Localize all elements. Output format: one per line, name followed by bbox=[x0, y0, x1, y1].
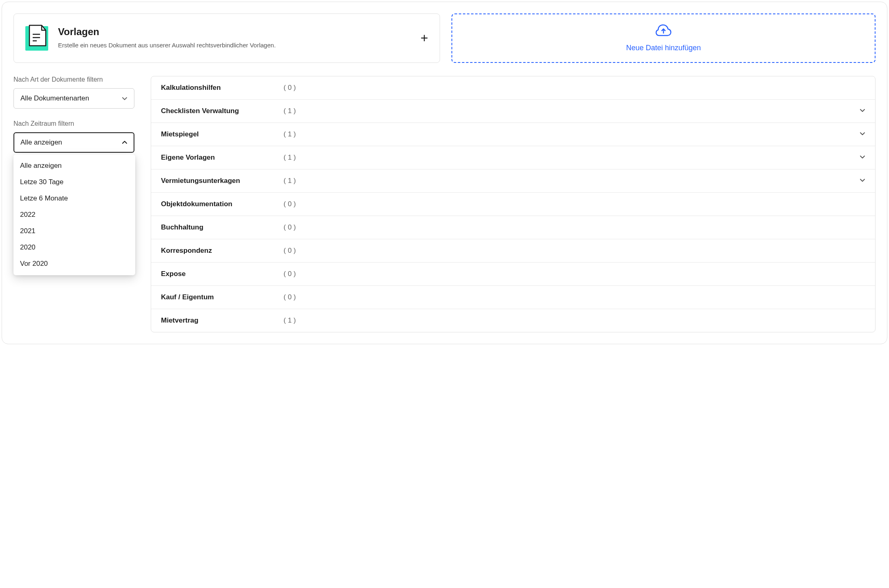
category-row: Objektdokumentation( 0 ) bbox=[151, 193, 875, 216]
category-count: ( 0 ) bbox=[284, 247, 865, 255]
chevron-down-icon bbox=[122, 96, 127, 101]
upload-label: Neue Datei hinzufügen bbox=[626, 44, 701, 52]
period-option[interactable]: Letze 30 Tage bbox=[13, 174, 135, 190]
period-option[interactable]: Letze 6 Monate bbox=[13, 190, 135, 207]
category-row: Kauf / Eigentum( 0 ) bbox=[151, 286, 875, 309]
category-name: Mietspiegel bbox=[161, 130, 284, 138]
category-name: Checklisten Verwaltung bbox=[161, 107, 284, 115]
category-expand-toggle[interactable] bbox=[860, 107, 865, 115]
templates-description: Erstelle ein neues Dokument aus unserer … bbox=[58, 41, 411, 50]
category-count: ( 0 ) bbox=[284, 223, 865, 232]
category-count: ( 0 ) bbox=[284, 270, 865, 278]
category-row: Mietvertrag( 1 ) bbox=[151, 309, 875, 332]
category-count: ( 1 ) bbox=[284, 177, 860, 185]
category-count: ( 1 ) bbox=[284, 130, 860, 138]
category-row: Buchhaltung( 0 ) bbox=[151, 216, 875, 239]
chevron-down-icon bbox=[860, 107, 865, 113]
category-expand-toggle[interactable] bbox=[860, 154, 865, 161]
filters-column: Nach Art der Dokumente filtern Alle Doku… bbox=[13, 76, 134, 332]
period-option[interactable]: 2020 bbox=[13, 239, 135, 256]
doctype-select[interactable]: Alle Dokumentenarten bbox=[13, 88, 134, 109]
top-row: Vorlagen Erstelle ein neues Dokument aus… bbox=[13, 13, 876, 63]
upload-card[interactable]: Neue Datei hinzufügen bbox=[451, 13, 876, 63]
period-option[interactable]: 2021 bbox=[13, 223, 135, 239]
category-count: ( 1 ) bbox=[284, 154, 860, 162]
templates-text: Vorlagen Erstelle ein neues Dokument aus… bbox=[58, 26, 411, 50]
period-selected-value: Alle anzeigen bbox=[20, 138, 62, 147]
templates-title: Vorlagen bbox=[58, 26, 411, 38]
category-name: Objektdokumentation bbox=[161, 200, 284, 208]
category-name: Eigene Vorlagen bbox=[161, 154, 284, 162]
period-dropdown-menu: Alle anzeigenLetze 30 TageLetze 6 Monate… bbox=[13, 154, 135, 275]
plus-icon: + bbox=[420, 31, 428, 46]
period-option[interactable]: Vor 2020 bbox=[13, 256, 135, 272]
category-name: Korrespondenz bbox=[161, 247, 284, 255]
category-count: ( 0 ) bbox=[284, 84, 865, 92]
period-filter-group: Nach Zeitraum filtern Alle anzeigen Alle… bbox=[13, 120, 134, 153]
period-select[interactable]: Alle anzeigen bbox=[13, 132, 134, 153]
category-count: ( 1 ) bbox=[284, 316, 865, 325]
category-count: ( 0 ) bbox=[284, 293, 865, 301]
doctype-filter-label: Nach Art der Dokumente filtern bbox=[13, 76, 134, 83]
category-name: Kauf / Eigentum bbox=[161, 293, 284, 301]
category-row: Korrespondenz( 0 ) bbox=[151, 239, 875, 263]
page-container: Vorlagen Erstelle ein neues Dokument aus… bbox=[2, 2, 887, 344]
category-count: ( 1 ) bbox=[284, 107, 860, 115]
document-template-icon bbox=[25, 26, 48, 51]
doctype-filter-group: Nach Art der Dokumente filtern Alle Doku… bbox=[13, 76, 134, 109]
chevron-down-icon bbox=[860, 131, 865, 136]
chevron-down-icon bbox=[860, 177, 865, 183]
category-row: Expose( 0 ) bbox=[151, 263, 875, 286]
category-row[interactable]: Mietspiegel( 1 ) bbox=[151, 123, 875, 146]
templates-card[interactable]: Vorlagen Erstelle ein neues Dokument aus… bbox=[13, 13, 440, 63]
category-expand-toggle[interactable] bbox=[860, 131, 865, 138]
category-expand-toggle[interactable] bbox=[860, 177, 865, 185]
cloud-upload-icon bbox=[655, 24, 672, 37]
chevron-down-icon bbox=[860, 154, 865, 160]
category-count: ( 0 ) bbox=[284, 200, 865, 208]
category-name: Kalkulationshilfen bbox=[161, 84, 284, 92]
category-name: Mietvertrag bbox=[161, 316, 284, 325]
category-row: Kalkulationshilfen( 0 ) bbox=[151, 76, 875, 100]
category-row[interactable]: Eigene Vorlagen( 1 ) bbox=[151, 146, 875, 169]
category-name: Buchhaltung bbox=[161, 223, 284, 232]
period-filter-label: Nach Zeitraum filtern bbox=[13, 120, 134, 127]
doctype-selected-value: Alle Dokumentenarten bbox=[20, 94, 89, 102]
chevron-up-icon bbox=[122, 140, 127, 145]
category-name: Expose bbox=[161, 270, 284, 278]
category-row[interactable]: Checklisten Verwaltung( 1 ) bbox=[151, 100, 875, 123]
period-option[interactable]: Alle anzeigen bbox=[13, 158, 135, 174]
categories-list: Kalkulationshilfen( 0 )Checklisten Verwa… bbox=[151, 76, 876, 332]
period-option[interactable]: 2022 bbox=[13, 207, 135, 223]
category-row[interactable]: Vermietungsunterkagen( 1 ) bbox=[151, 169, 875, 193]
category-name: Vermietungsunterkagen bbox=[161, 177, 284, 185]
main-row: Nach Art der Dokumente filtern Alle Doku… bbox=[13, 76, 876, 332]
